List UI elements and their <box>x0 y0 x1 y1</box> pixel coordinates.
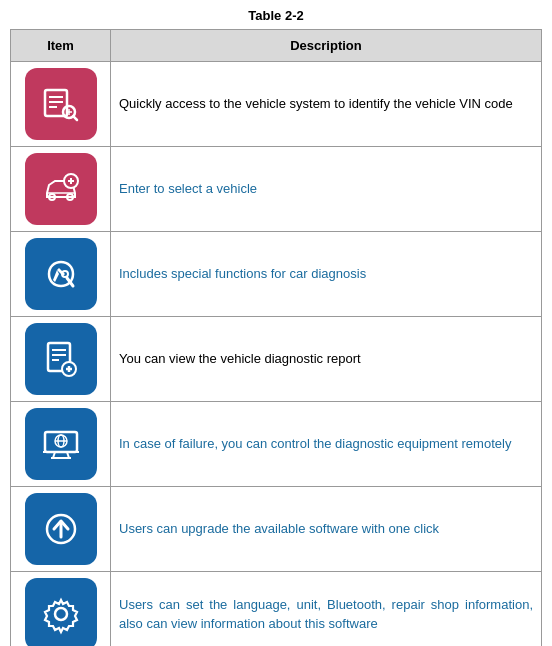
desc-upgrade: Users can upgrade the available software… <box>111 487 542 572</box>
settings-svg <box>39 592 83 636</box>
icon-cell-settings <box>11 572 111 647</box>
special-functions-svg <box>39 252 83 296</box>
upgrade-svg <box>39 507 83 551</box>
desc-settings: Users can set the language, unit, Blueto… <box>111 572 542 647</box>
table-container: Table 2-2 Item Description <box>0 0 552 646</box>
table-title: Table 2-2 <box>10 8 542 23</box>
table-row: Users can set the language, unit, Blueto… <box>11 572 542 647</box>
svg-line-5 <box>73 116 77 120</box>
vin-scan-icon <box>25 68 97 140</box>
remote-control-icon <box>25 408 97 480</box>
table-row: In case of failure, you can control the … <box>11 402 542 487</box>
icon-cell-report <box>11 317 111 402</box>
upgrade-icon <box>25 493 97 565</box>
special-functions-icon <box>25 238 97 310</box>
svg-point-33 <box>55 608 67 620</box>
table-row: Enter to select a vehicle <box>11 147 542 232</box>
table-row: You can view the vehicle diagnostic repo… <box>11 317 542 402</box>
header-item: Item <box>11 30 111 62</box>
desc-remote: In case of failure, you can control the … <box>111 402 542 487</box>
icon-cell-remote <box>11 402 111 487</box>
table-row: Users can upgrade the available software… <box>11 487 542 572</box>
icon-cell-vin <box>11 62 111 147</box>
vehicle-select-icon <box>25 153 97 225</box>
vin-scan-svg <box>39 82 83 126</box>
table-row: Includes special functions for car diagn… <box>11 232 542 317</box>
icon-cell-upgrade <box>11 487 111 572</box>
header-description: Description <box>111 30 542 62</box>
settings-icon <box>25 578 97 646</box>
desc-special: Includes special functions for car diagn… <box>111 232 542 317</box>
desc-report: You can view the vehicle diagnostic repo… <box>111 317 542 402</box>
vehicle-select-svg <box>39 167 83 211</box>
desc-vin: Quickly access to the vehicle system to … <box>111 62 542 147</box>
main-table: Item Description <box>10 29 542 646</box>
remote-control-svg <box>39 422 83 466</box>
icon-cell-vehicle <box>11 147 111 232</box>
desc-vehicle: Enter to select a vehicle <box>111 147 542 232</box>
diagnostic-report-svg <box>39 337 83 381</box>
diagnostic-report-icon <box>25 323 97 395</box>
table-row: Quickly access to the vehicle system to … <box>11 62 542 147</box>
icon-cell-special <box>11 232 111 317</box>
